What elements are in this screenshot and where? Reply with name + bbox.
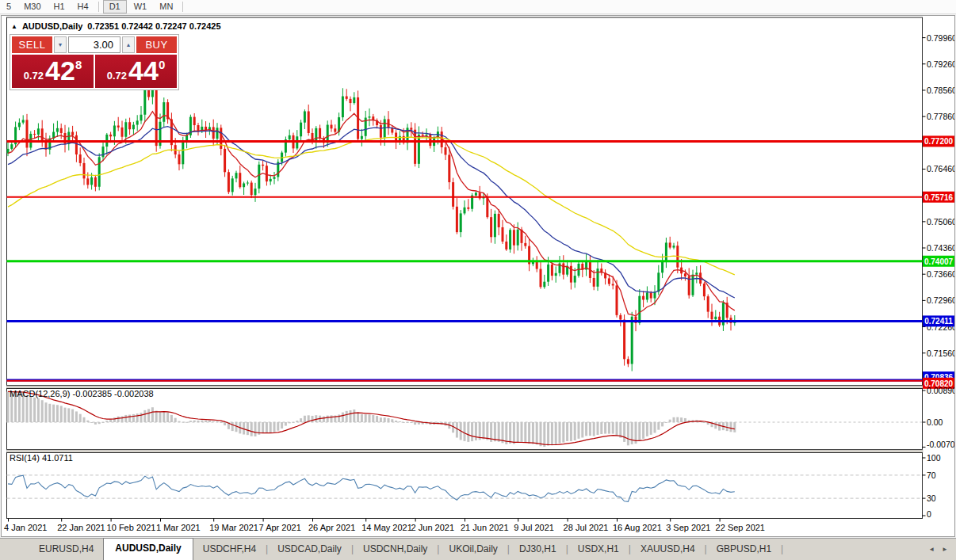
chart-tab-bar: EURUSD,H4AUDUSD,DailyUSDCHF,H4|USDCAD,Da…	[0, 538, 956, 560]
buy-price-big: 44	[128, 56, 159, 86]
svg-text:-0.00701: -0.00701	[927, 440, 954, 449]
svg-text:9 Jul 2021: 9 Jul 2021	[514, 523, 554, 532]
buy-price-sup: 0	[159, 58, 165, 71]
volume-decrease-button[interactable]: ▼	[54, 36, 67, 53]
timeframe-button-d1[interactable]: D1	[103, 0, 127, 13]
svg-text:30: 30	[927, 493, 936, 503]
svg-text:0.71560: 0.71560	[927, 349, 954, 358]
svg-text:21 Jun 2021: 21 Jun 2021	[461, 523, 509, 532]
svg-text:16 Aug 2021: 16 Aug 2021	[613, 523, 662, 532]
svg-text:0.78560: 0.78560	[927, 86, 954, 95]
svg-text:10 Feb 2021: 10 Feb 2021	[107, 523, 156, 532]
toolbar-separator	[182, 2, 183, 12]
timeframe-button-mn[interactable]: MN	[154, 1, 178, 13]
timeframe-toolbar: 5M30H1H4D1W1MN	[0, 0, 956, 14]
svg-text:0.76460: 0.76460	[927, 164, 954, 173]
chart-tabs: EURUSD,H4AUDUSD,DailyUSDCHF,H4|USDCAD,Da…	[0, 539, 784, 560]
rsi-indicator-label: RSI(14) 41.0711	[10, 453, 73, 463]
svg-text:22 Sep 2021: 22 Sep 2021	[716, 523, 765, 532]
svg-text:2 Jun 2021: 2 Jun 2021	[411, 523, 454, 532]
svg-text:26 Apr 2021: 26 Apr 2021	[308, 523, 355, 532]
chart-tab-gbpusd-h1[interactable]: GBPUSD,H1	[708, 539, 780, 560]
sell-price-sup: 8	[75, 58, 82, 71]
sell-price-prefix: 0.72	[24, 70, 44, 82]
chart-ohlc-values: 0.72351 0.72442 0.72247 0.72425	[87, 21, 220, 31]
buy-price-tile[interactable]: 0.72 44 0	[95, 55, 177, 88]
svg-text:0.00: 0.00	[927, 417, 943, 427]
sell-button[interactable]: SELL	[12, 36, 52, 53]
svg-text:1 Mar 2021: 1 Mar 2021	[156, 523, 201, 532]
svg-text:0.79260: 0.79260	[927, 59, 954, 69]
svg-text:7 Apr 2021: 7 Apr 2021	[259, 523, 301, 532]
svg-text:3 Sep 2021: 3 Sep 2021	[666, 523, 710, 532]
chart-symbol-label: AUDUSD,Daily	[22, 21, 82, 31]
chart-tab-eurusd-h4[interactable]: EURUSD,H4	[30, 539, 102, 560]
svg-text:0.72411: 0.72411	[924, 317, 953, 326]
svg-text:0.72960: 0.72960	[927, 295, 954, 305]
timeframe-button-m30[interactable]: M30	[18, 1, 46, 13]
chart-title: ▲ AUDUSD,Daily 0.72351 0.72442 0.72247 0…	[11, 21, 221, 31]
price-chart-canvas[interactable]: 0.799600.792600.785600.778600.771600.764…	[2, 16, 954, 536]
chart-window: 0.799600.792600.785600.778600.771600.764…	[1, 15, 955, 537]
timeframe-button-w1[interactable]: W1	[128, 1, 153, 13]
svg-text:100: 100	[927, 453, 941, 463]
buy-button[interactable]: BUY	[136, 36, 177, 53]
svg-text:0.77200: 0.77200	[924, 137, 954, 146]
macd-indicator-label: MACD(12,26,9) -0.002385 -0.002038	[10, 389, 154, 398]
sell-price-big: 42	[45, 56, 75, 86]
one-click-trading-panel: SELL ▼ ▲ BUY 0.72 42 8 0.72 44 0	[10, 34, 179, 90]
volume-increase-button[interactable]: ▲	[122, 36, 135, 53]
tab-scroll-arrows: ◄ ►	[920, 546, 956, 560]
svg-text:4 Jan 2021: 4 Jan 2021	[4, 523, 47, 532]
svg-text:0.79960: 0.79960	[927, 33, 954, 43]
chart-tab-usdcad-daily[interactable]: USDCAD,Daily	[269, 539, 350, 560]
chart-tab-usdchf-h4[interactable]: USDCHF,H4	[194, 539, 265, 560]
sell-price-tile[interactable]: 0.72 42 8	[12, 55, 94, 88]
timeframe-button-h1[interactable]: H1	[48, 1, 71, 13]
tab-scroll-left-icon[interactable]: ◄	[928, 546, 935, 553]
timeframe-button-h4[interactable]: H4	[72, 1, 94, 13]
svg-text:0.73660: 0.73660	[927, 269, 954, 279]
tab-scroll-right-icon[interactable]: ►	[942, 546, 948, 553]
chart-tab-ukoil-daily[interactable]: UKOil,Daily	[440, 539, 506, 560]
svg-text:70: 70	[927, 470, 936, 480]
chart-tab-usdx-h1[interactable]: USDX,H1	[569, 539, 628, 560]
svg-text:28 Jul 2021: 28 Jul 2021	[564, 523, 609, 532]
timeframe-button-5[interactable]: 5	[1, 1, 17, 13]
chart-tab-audusd-daily[interactable]: AUDUSD,Daily	[103, 538, 193, 560]
buy-price-prefix: 0.72	[107, 70, 127, 82]
volume-input[interactable]	[68, 36, 120, 53]
chart-tab-xauusd-h4[interactable]: XAUUSD,H4	[632, 539, 704, 560]
svg-text:19 Mar 2021: 19 Mar 2021	[209, 523, 258, 532]
svg-text:0.74007: 0.74007	[924, 257, 954, 266]
chart-tab-usdcnh-daily[interactable]: USDCNH,Daily	[354, 539, 436, 560]
svg-text:0.008904: 0.008904	[927, 386, 954, 395]
svg-text:22 Jan 2021: 22 Jan 2021	[57, 523, 105, 532]
svg-text:0.74360: 0.74360	[927, 243, 954, 253]
svg-text:0.75716: 0.75716	[924, 193, 954, 202]
collapse-panel-icon[interactable]: ▲	[11, 23, 17, 30]
svg-text:0.75060: 0.75060	[927, 217, 954, 227]
svg-text:0.77860: 0.77860	[927, 112, 954, 121]
tab-separator: |	[780, 543, 784, 560]
chart-tab-dj30-h1[interactable]: DJ30,H1	[511, 539, 565, 560]
toolbar-separator	[98, 2, 99, 12]
svg-text:0: 0	[927, 509, 931, 519]
svg-text:14 May 2021: 14 May 2021	[361, 523, 412, 532]
